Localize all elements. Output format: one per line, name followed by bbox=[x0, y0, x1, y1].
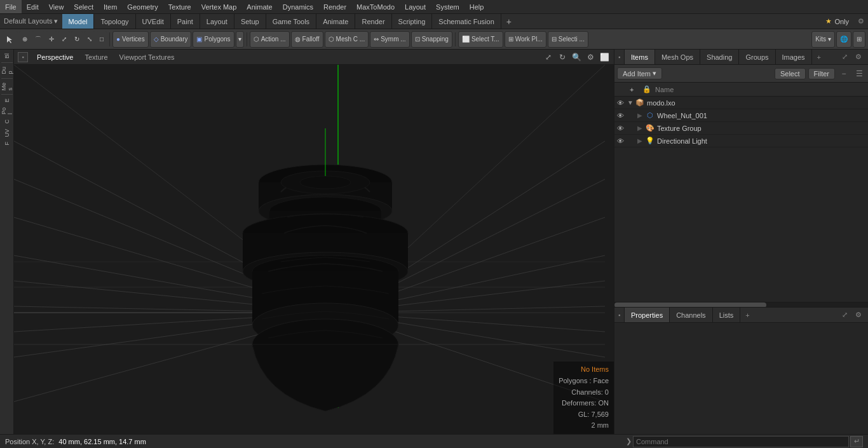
menu-layout[interactable]: Layout bbox=[400, 0, 431, 13]
eye-icon-light[interactable]: 👁 bbox=[617, 137, 627, 145]
toolbar-lasso-mode[interactable]: ⌒ bbox=[32, 31, 44, 48]
filter-button[interactable]: Filter bbox=[808, 68, 835, 79]
layout-tab-setup[interactable]: Setup bbox=[234, 14, 266, 29]
items-settings-icon[interactable]: ☰ bbox=[853, 67, 865, 80]
layout-label[interactable]: Default Layouts ▾ bbox=[0, 17, 62, 25]
command-submit-btn[interactable]: ↵ bbox=[850, 436, 863, 447]
list-item-texture-group[interactable]: 👁 ▶ 🎨 Texture Group bbox=[614, 122, 868, 135]
toolbar-workplane[interactable]: ⊞ Work Pl... bbox=[505, 31, 546, 48]
props-expand-icon[interactable]: ⤢ bbox=[839, 309, 850, 321]
viewport-tab-perspective[interactable]: Perspective bbox=[34, 53, 76, 61]
panel-tab-images[interactable]: Images bbox=[776, 50, 812, 64]
toolbar-action[interactable]: ⬡ Action ... bbox=[250, 31, 290, 48]
panel-tab-shading[interactable]: Shading bbox=[700, 50, 739, 64]
menu-system[interactable]: System bbox=[431, 0, 465, 13]
panel-tab-items[interactable]: Items bbox=[625, 50, 655, 64]
list-item-wheel-nut[interactable]: 👁 ▶ ⬡ Wheel_Nut_001 bbox=[614, 109, 868, 122]
menu-texture[interactable]: Texture bbox=[163, 0, 196, 13]
toolbar-rotate[interactable]: ↻ bbox=[71, 31, 83, 48]
toolbar-snapping[interactable]: ⊡ Snapping bbox=[411, 31, 452, 48]
layout-tab-layout[interactable]: Layout bbox=[200, 14, 234, 29]
menu-animate[interactable]: Animate bbox=[241, 0, 277, 13]
toolbar-square[interactable]: □ bbox=[97, 31, 107, 48]
viewport-zoom-icon[interactable]: 🔍 bbox=[571, 51, 582, 63]
sidebar-item-pol[interactable]: Pol bbox=[1, 105, 13, 117]
toolbar-boundary[interactable]: ◇ Boundary bbox=[150, 31, 192, 48]
sidebar-item-dup[interactable]: Dup bbox=[1, 64, 13, 77]
header-lock-btn[interactable]: 🔒 bbox=[642, 85, 655, 93]
panel-settings-icon[interactable]: ⚙ bbox=[853, 51, 864, 63]
viewport-tab-texture[interactable]: Texture bbox=[82, 53, 110, 61]
viewport-tab-textures[interactable]: Viewport Textures bbox=[117, 53, 177, 61]
eye-icon-modo[interactable]: 👁 bbox=[617, 99, 627, 107]
eye-icon-texture[interactable]: 👁 bbox=[617, 125, 627, 132]
toolbar-vertices[interactable]: ● Vertices bbox=[112, 31, 149, 48]
menu-geometry[interactable]: Geometry bbox=[122, 0, 163, 13]
toolbar-move[interactable]: ✛ bbox=[46, 31, 57, 48]
toolbar-symm[interactable]: ⇔ Symm ... bbox=[370, 31, 409, 48]
toolbar-vr[interactable]: ⊞ bbox=[853, 31, 865, 48]
layout-tab-animate[interactable]: Animate bbox=[316, 14, 355, 29]
layout-tab-uvedit[interactable]: UVEdit bbox=[136, 14, 171, 29]
viewport-settings-icon[interactable]: ⚙ bbox=[585, 51, 596, 63]
menu-vertexmap[interactable]: Vertex Map bbox=[196, 0, 242, 13]
toolbar-circle-mode[interactable]: ⊕ bbox=[19, 31, 31, 48]
toolbar-kits[interactable]: Kits ▾ bbox=[811, 31, 835, 48]
toolbar-falloff[interactable]: ◍ Falloff bbox=[291, 31, 323, 48]
panel-tab-groups[interactable]: Groups bbox=[739, 50, 775, 64]
layout-tab-render[interactable]: Render bbox=[355, 14, 391, 29]
layout-tab-model[interactable]: Model bbox=[62, 14, 95, 29]
header-plus-btn[interactable]: + bbox=[630, 86, 642, 93]
items-minus-icon[interactable]: − bbox=[837, 67, 850, 80]
sidebar-item-f[interactable]: F bbox=[4, 139, 10, 148]
item-expand-light[interactable]: ▶ bbox=[637, 137, 645, 144]
menu-help[interactable]: Help bbox=[465, 0, 489, 13]
list-item-modo-lxo[interactable]: 👁 ▼ 📦 modo.lxo bbox=[614, 97, 868, 109]
toolbar-select-tool[interactable]: ⬜ Select T... bbox=[458, 31, 503, 48]
sidebar-item-mes[interactable]: Mes bbox=[1, 80, 13, 93]
panel-toggle[interactable]: ▪ bbox=[614, 50, 625, 65]
viewport-toggle[interactable]: ▪ bbox=[18, 52, 28, 62]
item-expand-texture[interactable]: ▶ bbox=[637, 125, 645, 132]
props-toggle[interactable]: ▪ bbox=[614, 308, 625, 323]
toolbar-mesh[interactable]: ⬡ Mesh C ... bbox=[325, 31, 369, 48]
props-tab-channels[interactable]: Channels bbox=[670, 308, 712, 322]
viewport-move-icon[interactable]: ⤢ bbox=[543, 51, 554, 63]
toolbar-scale[interactable]: ⤡ bbox=[84, 31, 95, 48]
menu-view[interactable]: View bbox=[44, 0, 69, 13]
layout-tab-topology[interactable]: Topology bbox=[94, 14, 135, 29]
menu-file[interactable]: File bbox=[0, 0, 22, 13]
layout-add-tab[interactable]: + bbox=[501, 17, 517, 27]
toolbar-polygons[interactable]: ▣ Polygons bbox=[193, 31, 234, 48]
panel-expand-icon[interactable]: ⤢ bbox=[839, 51, 850, 63]
menu-select[interactable]: Select bbox=[69, 0, 98, 13]
props-settings-icon[interactable]: ⚙ bbox=[853, 309, 864, 321]
items-list[interactable]: 👁 ▼ 📦 modo.lxo 👁 ▶ ⬡ Wheel_Nut_001 👁 bbox=[614, 97, 868, 302]
add-item-button[interactable]: Add Item ▾ bbox=[617, 67, 662, 79]
props-add-tab[interactable]: + bbox=[740, 308, 754, 322]
layout-tab-paint[interactable]: Paint bbox=[171, 14, 200, 29]
list-item-dir-light[interactable]: 👁 ▶ 💡 Directional Light bbox=[614, 135, 868, 147]
toolbar-transform[interactable]: ⤢ bbox=[58, 31, 70, 48]
menu-item[interactable]: Item bbox=[98, 0, 122, 13]
menu-maxtomodo[interactable]: MaxToModo bbox=[351, 0, 400, 13]
command-area[interactable] bbox=[633, 436, 849, 447]
layout-tab-gametools[interactable]: Game Tools bbox=[266, 14, 317, 29]
viewport-maximize-icon[interactable]: ⬜ bbox=[599, 51, 610, 63]
eye-icon-wheel[interactable]: 👁 bbox=[617, 112, 627, 119]
viewport-rotate-icon[interactable]: ↻ bbox=[557, 51, 568, 63]
select-button[interactable]: Select bbox=[775, 68, 806, 79]
toolbar-selecti[interactable]: ⊟ Selecti ... bbox=[548, 31, 588, 48]
canvas-area[interactable]: Z Y X X bbox=[14, 65, 614, 434]
toolbar-more-modes[interactable]: ▾ bbox=[236, 31, 244, 48]
sidebar-item-uv[interactable]: UV bbox=[4, 126, 10, 140]
layout-settings[interactable]: ⚙ bbox=[854, 17, 868, 25]
menu-edit[interactable]: Edit bbox=[22, 0, 44, 13]
panel-add-tab[interactable]: + bbox=[812, 50, 826, 64]
layout-tab-schematic[interactable]: Schematic Fusion bbox=[432, 14, 501, 29]
toolbar-globe[interactable]: 🌐 bbox=[836, 31, 851, 48]
command-input[interactable] bbox=[636, 438, 846, 445]
menu-dynamics[interactable]: Dynamics bbox=[278, 0, 318, 13]
layout-tab-scripting[interactable]: Scripting bbox=[392, 14, 433, 29]
items-scrollbar[interactable] bbox=[614, 302, 868, 307]
